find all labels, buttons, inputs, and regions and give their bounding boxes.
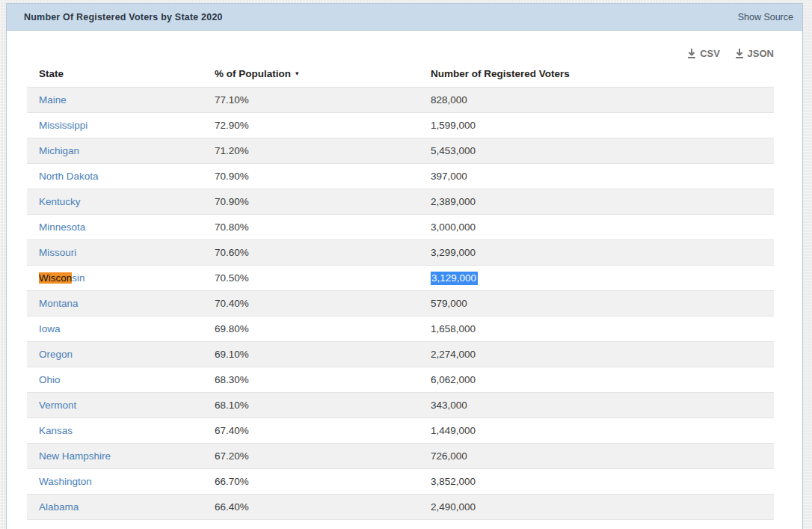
column-header-pct-population[interactable]: % of Population▾ <box>203 64 419 87</box>
registered-voters-cell: 828,000 <box>419 87 774 112</box>
registered-voters-cell: 2,490,000 <box>419 494 774 519</box>
download-icon <box>687 49 696 58</box>
voters-table: State % of Population▾ Number of Registe… <box>27 64 774 529</box>
state-cell: Ohio <box>27 367 203 392</box>
state-cell: Maine <box>27 87 203 112</box>
state-cell: Iowa <box>27 316 203 341</box>
state-link[interactable]: New Hampshire <box>39 450 111 462</box>
state-cell: Mississippi <box>27 112 203 138</box>
table-row: Maryland66.00%3,065,000 <box>27 519 774 529</box>
registered-voters-cell: 726,000 <box>419 443 774 468</box>
state-link[interactable]: Vermont <box>39 400 76 411</box>
table-header-row: State % of Population▾ Number of Registe… <box>27 64 774 87</box>
state-link[interactable]: Montana <box>39 298 79 309</box>
table-row: Missouri70.60%3,299,000 <box>27 239 774 265</box>
column-header-state[interactable]: State <box>27 64 203 87</box>
json-label: JSON <box>748 48 774 59</box>
registered-voters-cell: 3,299,000 <box>419 239 774 265</box>
column-label: % of Population <box>215 68 291 79</box>
pct-population-cell: 67.20% <box>203 443 419 468</box>
card-header: Number Of Registered Voters by State 202… <box>7 4 802 31</box>
csv-label: CSV <box>700 48 720 59</box>
table-row: Wisconsin70.50%3,129,000 <box>27 265 774 290</box>
pct-population-cell: 68.30% <box>203 367 419 392</box>
pct-population-cell: 66.40% <box>203 494 419 519</box>
state-cell: Maryland <box>27 519 203 529</box>
table-row: Vermont68.10%343,000 <box>27 392 774 418</box>
registered-voters-cell: 343,000 <box>419 392 774 418</box>
state-link[interactable]: North Dakota <box>39 171 99 182</box>
pct-population-cell: 70.80% <box>203 214 419 239</box>
pct-population-cell: 70.60% <box>203 239 419 265</box>
state-cell: Washington <box>27 468 203 494</box>
download-icon <box>735 49 744 58</box>
selected-text: 3,129,000 <box>431 272 478 285</box>
state-cell: Montana <box>27 290 203 316</box>
pct-population-cell: 66.00% <box>203 519 419 529</box>
state-cell: Alabama <box>27 494 203 519</box>
state-cell: Minnesota <box>27 214 203 239</box>
registered-voters-cell: 1,658,000 <box>419 316 774 341</box>
registered-voters-cell: 1,449,000 <box>419 418 774 443</box>
state-link[interactable]: Ohio <box>39 374 61 385</box>
state-cell: Kansas <box>27 418 203 443</box>
state-link[interactable]: Wisconsin <box>39 272 85 284</box>
column-header-registered-voters[interactable]: Number of Registered Voters <box>419 64 774 87</box>
pct-population-cell: 70.90% <box>203 189 419 214</box>
state-link[interactable]: Michigan <box>39 145 79 156</box>
registered-voters-cell: 2,274,000 <box>419 341 774 367</box>
pct-population-cell: 69.10% <box>203 341 419 367</box>
pct-population-cell: 70.50% <box>203 265 419 290</box>
state-link[interactable]: Iowa <box>39 323 61 334</box>
csv-download-button[interactable]: CSV <box>687 48 720 59</box>
registered-voters-cell: 3,852,000 <box>419 468 774 494</box>
table-row: Montana70.40%579,000 <box>27 290 774 316</box>
state-cell: Michigan <box>27 138 203 163</box>
state-link[interactable]: Maine <box>39 94 67 106</box>
registered-voters-cell: 6,062,000 <box>419 367 774 392</box>
state-link[interactable]: Minnesota <box>39 221 85 233</box>
table-row: Ohio68.30%6,062,000 <box>27 367 774 392</box>
show-source-link[interactable]: Show Source <box>738 12 793 22</box>
data-table-card: Number Of Registered Voters by State 202… <box>6 3 803 529</box>
table-row: Kentucky70.90%2,389,000 <box>27 189 774 214</box>
registered-voters-cell: 3,000,000 <box>419 214 774 239</box>
pct-population-cell: 70.90% <box>203 163 419 189</box>
column-label: State <box>39 68 64 79</box>
table-row: Oregon69.10%2,274,000 <box>27 341 774 367</box>
state-cell: Kentucky <box>27 189 203 214</box>
state-cell: Oregon <box>27 341 203 367</box>
find-highlight: Wiscon <box>39 272 72 284</box>
table-row: North Dakota70.90%397,000 <box>27 163 774 189</box>
registered-voters-cell: 1,599,000 <box>419 112 774 138</box>
pct-population-cell: 77.10% <box>203 87 419 112</box>
registered-voters-cell: 5,453,000 <box>419 138 774 163</box>
page-title: Number Of Registered Voters by State 202… <box>24 12 223 22</box>
state-cell: North Dakota <box>27 163 203 189</box>
registered-voters-cell: 397,000 <box>419 163 774 189</box>
download-toolbar: CSV JSON <box>7 31 802 64</box>
state-link[interactable]: Mississippi <box>39 120 87 131</box>
state-link[interactable]: Oregon <box>39 349 73 360</box>
registered-voters-cell: 3,065,000 <box>419 519 774 529</box>
json-download-button[interactable]: JSON <box>735 48 774 59</box>
table-row: Mississippi72.90%1,599,000 <box>27 112 774 138</box>
pct-population-cell: 69.80% <box>203 316 419 341</box>
pct-population-cell: 72.90% <box>203 112 419 138</box>
sort-desc-icon: ▾ <box>295 70 299 77</box>
table-row: Alabama66.40%2,490,000 <box>27 494 774 519</box>
table-row: Michigan71.20%5,453,000 <box>27 138 774 163</box>
state-cell: Missouri <box>27 239 203 265</box>
registered-voters-cell: 3,129,000 <box>419 265 774 290</box>
pct-population-cell: 67.40% <box>203 418 419 443</box>
state-link[interactable]: Missouri <box>39 247 76 258</box>
state-link[interactable]: Alabama <box>39 501 79 513</box>
table-row: Iowa69.80%1,658,000 <box>27 316 774 341</box>
pct-population-cell: 66.70% <box>203 468 419 494</box>
state-link[interactable]: Kentucky <box>39 196 81 207</box>
state-cell: Wisconsin <box>27 265 203 290</box>
state-link[interactable]: Kansas <box>39 425 73 436</box>
table-row: Washington66.70%3,852,000 <box>27 468 774 494</box>
table-row: New Hampshire67.20%726,000 <box>27 443 774 468</box>
state-link[interactable]: Washington <box>39 476 92 487</box>
